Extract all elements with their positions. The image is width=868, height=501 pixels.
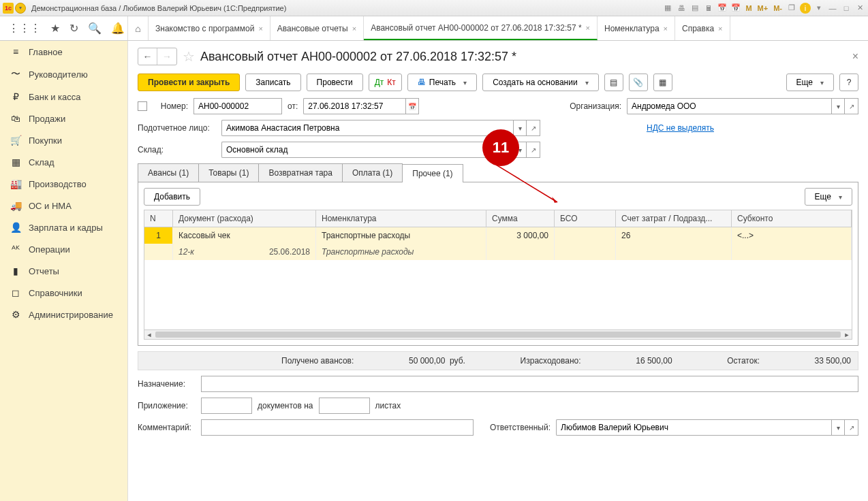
dropdown-icon[interactable]: ▾ [513,120,527,136]
minimize-icon[interactable]: — [827,3,838,14]
ptab-advances[interactable]: Авансы (1) [138,163,199,182]
help-button[interactable]: ? [839,74,858,91]
post-button[interactable]: Провести [307,74,363,91]
close-icon[interactable]: ✕ [854,3,865,14]
history-icon[interactable]: ↻ [69,22,78,35]
tab-intro[interactable]: Знакомство с программой× [149,16,270,40]
scroll-right-icon[interactable]: ► [842,330,852,340]
mminus-icon[interactable]: M- [772,3,784,14]
sidebar-item-manager[interactable]: 〜Руководителю [0,63,127,86]
sidebar-item-hr[interactable]: 👤Зарплата и кадры [0,216,127,238]
apps-icon[interactable]: ⋮⋮⋮ [8,22,41,35]
favorite-star-icon[interactable]: ☆ [183,48,195,65]
purpose-input[interactable] [201,376,858,392]
tab-nomenclature[interactable]: Номенклатура× [598,16,675,40]
tab-close-icon[interactable]: × [664,25,668,33]
sidebar-item-reports[interactable]: ▮Отчеты [0,260,127,282]
scroll-left-icon[interactable]: ◄ [144,330,154,340]
col-sum[interactable]: Сумма [486,210,555,227]
dropdown-icon[interactable]: ▾ [831,98,845,114]
nav-forward[interactable]: → [157,48,176,65]
open-icon[interactable]: ↗ [527,120,540,136]
tab-close-icon[interactable]: × [586,24,590,32]
tab-reports[interactable]: Авансовые отчеты× [270,16,364,40]
sidebar-item-sales[interactable]: 🛍Продажи [0,108,127,129]
sidebar-item-catalogs[interactable]: ◻Справочники [0,282,127,304]
nav-back[interactable]: ← [138,48,157,65]
sidebar-item-ops[interactable]: ᴬᴷОперации [0,238,127,260]
open-icon[interactable]: ↗ [845,419,858,436]
ptab-other[interactable]: Прочее (1) [402,164,463,182]
number-input[interactable] [193,98,282,114]
table-row[interactable]: 1 Кассовый чек Транспортные расходы 3 00… [144,227,852,244]
sys-icon[interactable]: ▦ [662,3,673,14]
tab-help[interactable]: Справка× [675,16,730,40]
col-sub[interactable]: Субконто [732,210,852,227]
sheets-count-input[interactable] [319,398,370,414]
scroll-thumb[interactable] [155,332,841,338]
attach-icon-button[interactable]: 📎 [629,74,648,91]
report-icon-button[interactable]: ▤ [604,74,623,91]
col-bso[interactable]: БСО [555,210,616,227]
ptab-payment[interactable]: Оплата (1) [342,163,403,182]
store-input[interactable] [221,142,513,158]
app-menu-dropdown[interactable]: ▾ [15,3,26,14]
m-icon[interactable]: M [744,3,753,14]
maximize-icon[interactable]: □ [841,3,852,14]
more-button[interactable]: Еще [786,74,834,91]
calendar-icon[interactable]: 📅 [405,98,419,114]
bell-icon[interactable]: 🔔 [111,22,125,35]
cal-icon[interactable]: 📅 [717,3,728,14]
mplus-icon[interactable]: M+ [756,3,770,14]
grid-body[interactable]: 1 Кассовый чек Транспортные расходы 3 00… [144,227,852,329]
ptab-goods[interactable]: Товары (1) [198,163,259,182]
home-icon[interactable]: ⌂ [128,16,149,40]
col-nom[interactable]: Номенклатура [316,210,486,227]
create-on-basis-button[interactable]: Создать на основании [482,74,599,91]
tab-close-icon[interactable]: × [718,25,722,33]
sidebar-item-admin[interactable]: ⚙Администрирование [0,304,127,325]
save-button[interactable]: Записать [245,74,300,91]
dt-kt-button[interactable]: ДтКт [369,74,402,91]
col-n[interactable]: N [144,210,173,227]
comment-input[interactable] [201,419,474,436]
info-icon[interactable]: i [800,3,811,14]
open-icon[interactable]: ↗ [527,142,540,158]
person-input[interactable] [221,120,513,136]
print-icon[interactable]: 🖶 [676,3,687,14]
sidebar-item-main[interactable]: ≡Главное [0,41,127,63]
info-dd[interactable]: ▾ [813,3,824,14]
sidebar-item-purchases[interactable]: 🛒Покупки [0,129,127,151]
search-icon[interactable]: 🔍 [88,22,102,35]
docs-count-input[interactable] [201,398,252,414]
table-row-detail[interactable]: 12-к25.06.2018 Транспортные расходы [144,244,852,260]
date-input[interactable] [303,98,405,114]
tab-close-icon[interactable]: × [352,25,356,33]
col-acc[interactable]: Счет затрат / Подразд... [616,210,732,227]
doc-icon[interactable]: ▤ [689,3,700,14]
responsible-input[interactable] [556,419,831,436]
nds-link[interactable]: НДС не выделять [647,123,714,133]
sidebar-item-stock[interactable]: ▦Склад [0,151,127,173]
sidebar-item-production[interactable]: 🏭Производство [0,173,127,195]
org-input[interactable] [627,98,831,114]
close-doc-icon[interactable]: × [852,50,858,63]
add-button[interactable]: Добавить [144,188,200,206]
star-icon[interactable]: ★ [50,22,60,35]
calc-icon[interactable]: 🖩 [703,3,714,14]
grid-hscroll[interactable]: ◄ ► [144,329,852,339]
list-icon-button[interactable]: ▦ [653,74,672,91]
col-doc[interactable]: Документ (расхода) [173,210,316,227]
post-and-close-button[interactable]: Провести и закрыть [138,74,240,91]
window-icon[interactable]: ❐ [786,3,797,14]
more-grid-button[interactable]: Еще [805,188,852,206]
ptab-returns[interactable]: Возвратная тара [258,163,343,182]
dropdown-icon[interactable]: ▾ [831,419,845,436]
cal2-icon[interactable]: 📅 [730,3,741,14]
sidebar-item-bank[interactable]: ₽Банк и касса [0,86,127,108]
tab-current-doc[interactable]: Авансовый отчет АН00-000002 от 27.06.201… [364,16,598,40]
print-button[interactable]: 🖶Печать [407,74,477,91]
open-icon[interactable]: ↗ [845,98,858,114]
sidebar-item-assets[interactable]: 🚚ОС и НМА [0,195,127,216]
tab-close-icon[interactable]: × [258,25,262,33]
